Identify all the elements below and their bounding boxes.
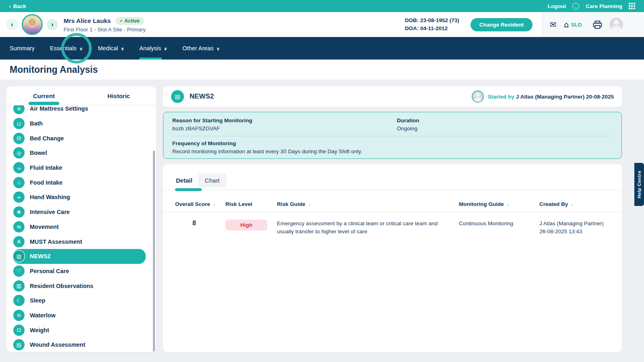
sidebar-item-must-assessment[interactable]: ⋔MUST Assessment [13,234,146,249]
sidebar-item-air-mattress-settings[interactable]: ≋Air Mattress Settings [13,105,146,116]
help-centre-tab[interactable]: Help Centre [634,163,644,206]
overall-score-value: 8 [175,220,225,227]
chevron-down-icon: ∨ [217,46,220,51]
duration-value: Ongoing [397,125,613,132]
chevron-down-icon: ∨ [79,46,83,51]
sidebar-item-waterlow[interactable]: ⊘Waterlow [13,308,146,323]
page-title: Monitoring Analysis [10,64,98,75]
info-divider [172,136,613,136]
sidebar-item-wound-assessment[interactable]: ▤Wound Assessment [13,337,146,352]
started-by-label: Started by [488,94,514,100]
top-bar: ‹ Back Logout ← Care Planning [0,0,644,12]
tab-current[interactable]: Current [6,86,81,105]
detail-card: Detail Chart Overall Score↓ Risk Level R… [163,164,622,352]
sidebar-item-sleep[interactable]: ☾Sleep [13,293,146,308]
sidebar-item-fluid-intake[interactable]: ☕Fluid Intake [13,160,146,175]
risk-guide-value: Emergency assessment by a clinical team … [277,220,459,235]
nav-label: Other Areas [182,45,213,51]
resident-doa: DOA: 04-11-2012 [405,25,459,33]
sidebar-item-movement[interactable]: ⇆Movement [13,220,146,234]
sidebar-item-personal-care[interactable]: ♡Personal Care [13,264,146,279]
resident-avatar[interactable] [22,14,43,35]
logout-arrow-glyph: ← [574,4,578,8]
frequency-label: Frequency of Monitoring [172,140,613,146]
nav-label: Essentials [50,45,76,51]
duration-label: Duration [397,117,613,123]
medical-cross-icon: ✚ [13,206,25,218]
app-title: Care Planning [586,3,622,9]
movement-icon: ⇆ [13,221,25,232]
previous-resident-button[interactable]: ‹ [6,19,18,30]
created-by-name: J Atlas (Managing Partner) [539,220,608,228]
moon-icon: ☾ [13,295,25,306]
nav-medical[interactable]: Medical ∨ [98,37,124,60]
nav-essentials[interactable]: Essentials ∨ [50,37,83,60]
sort-arrow-icon: ↓ [213,202,215,207]
apps-grid-icon[interactable] [629,3,635,9]
mail-icon[interactable]: ✉ [550,21,557,29]
sort-arrow-icon: ↓ [308,202,311,207]
resident-location: First Floor 1 - Slot A Site - Primary [64,27,146,33]
bed-air-icon: ≋ [13,105,25,114]
nav-label: Analysis [139,45,161,51]
chevron-down-icon: ∨ [164,46,167,51]
col-risk-guide[interactable]: Risk Guide↓ [277,201,459,207]
home-link[interactable]: ⌂ SLO [564,21,582,29]
change-resident-button[interactable]: Change Resident [471,18,533,31]
logout-button[interactable]: Logout [547,3,566,9]
sidebar-item-resident-observations[interactable]: ▥Resident Observations [13,278,146,293]
sidebar-item-bed-change[interactable]: ⊟Bed Change [13,131,146,146]
sidebar-item-bowel[interactable]: ◎Bowel [13,146,146,160]
sidebar-scrollbar[interactable] [153,150,155,352]
tab-chart[interactable]: Chart [198,173,227,187]
status-badge: ● Active [116,17,144,25]
tabs-divider [163,190,622,190]
monitoring-list: ≋Air Mattress Settings ⊔Bath ⊟Bed Change… [6,105,156,352]
sort-arrow-icon: ↓ [571,202,573,207]
table-header-divider [163,212,622,212]
sidebar-item-food-intake[interactable]: ♨Food Intake [13,175,146,190]
bed-icon: ⊟ [13,133,25,144]
table-row[interactable]: 8 High Emergency assessment by a clinica… [163,220,622,235]
clipboard-icon: ▤ [171,90,184,103]
sort-arrow-icon: ↓ [507,202,509,207]
nav-analysis[interactable]: Analysis ∨ [139,37,167,60]
col-created-by[interactable]: Created By↓ [539,201,620,207]
cup-icon: ☕ [13,162,25,173]
sidebar-item-intensive-care[interactable]: ✚Intensive Care [13,205,146,220]
logout-icon[interactable]: ← [572,3,579,10]
sidebar-item-weight[interactable]: ⊡Weight [13,323,146,337]
sidebar-item-hand-washing[interactable]: ≈Hand Washing [13,190,146,205]
risk-level-badge: High [225,220,267,230]
tab-detail[interactable]: Detail [175,174,193,187]
nav-other-areas[interactable]: Other Areas ∨ [182,37,219,60]
next-resident-button[interactable]: › [47,19,58,30]
user-avatar[interactable] [609,18,623,31]
resident-dob: DOB: 23-08-1952 (73) [405,16,459,25]
network-icon: ⋔ [13,236,25,247]
col-overall-score[interactable]: Overall Score↓ [175,201,225,207]
news2-panel-header: ▤ NEWS2 Started by J Atlas (Managing Par… [163,86,622,107]
sidebar-item-news2[interactable]: ▤NEWS2 [13,249,146,264]
toilet-roll-icon: ◎ [13,147,25,158]
tab-historic[interactable]: Historic [81,86,156,105]
monitoring-sidebar: Current Historic ≋Air Mattress Settings … [6,86,156,352]
print-icon[interactable] [593,21,602,29]
header-icons-strip: ✉ ⌂ SLO [542,12,644,37]
nav-label: Summary [10,45,35,51]
hand-wash-icon: ≈ [13,191,25,203]
status-dot-icon: ● [120,19,122,23]
bathtub-icon: ⊔ [13,118,25,129]
reason-label: Reason for Starting Monitoring [172,117,397,123]
scale-icon: ⊡ [13,325,25,336]
created-by-datetime: 26-08-2025 13:43 [539,228,608,236]
started-by-avatar [472,90,484,103]
back-button[interactable]: ‹ Back [9,3,26,9]
home-icon: ⌂ [564,21,569,29]
sidebar-item-bath[interactable]: ⊔Bath [13,116,146,131]
frequency-value: Record monitoring information at least e… [172,148,613,154]
col-monitoring-guide[interactable]: Monitoring Guide↓ [459,201,539,207]
chevron-down-icon: ∨ [121,46,124,51]
nav-summary[interactable]: Summary [10,37,35,60]
resident-header: ‹ › Mrs Alice Lauks ● Active First Floor… [0,12,644,37]
